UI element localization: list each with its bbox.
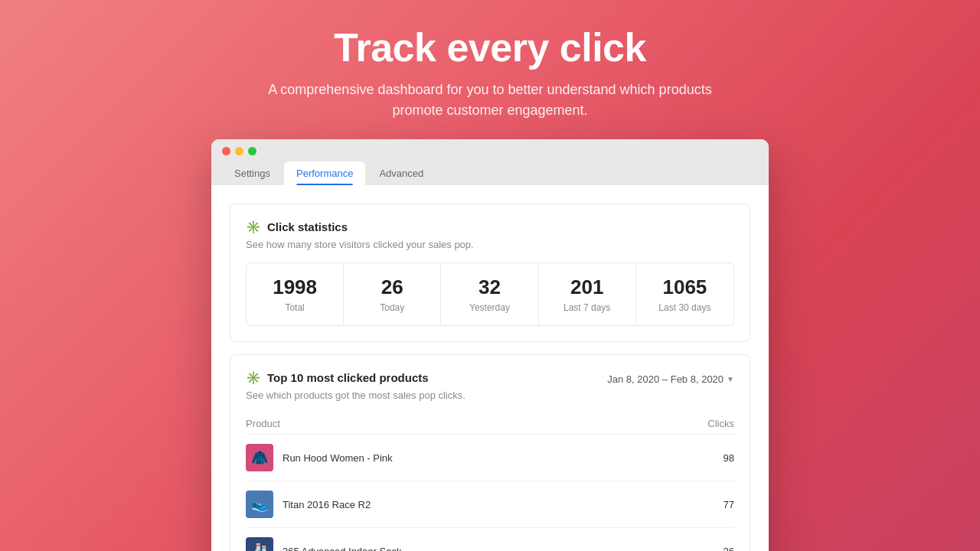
table-row: 🧦 365 Advanced Indoor Sock 26 [246, 528, 734, 551]
stat-today-value: 26 [353, 276, 431, 299]
top-products-icon: ✳️ [246, 370, 261, 385]
hero-title: Track every click [253, 24, 727, 70]
hero-subtitle: A comprehensive dashboard for you to bet… [253, 80, 727, 121]
date-range-text: Jan 8, 2020 – Feb 8, 2020 [607, 373, 724, 385]
product-name-0: Run Hood Women - Pink [283, 452, 393, 464]
table-header: Product Clicks [246, 413, 734, 435]
product-thumb-1: 👟 [246, 491, 273, 518]
stat-last7-label: Last 7 days [548, 302, 626, 313]
stat-last30: 1065 Last 30 days [636, 263, 733, 325]
product-name-2: 365 Advanced Indoor Sock [283, 546, 401, 552]
stat-today: 26 Today [344, 263, 441, 325]
top-products-card: ✳️ Top 10 most clicked products Jan 8, 2… [230, 354, 750, 551]
tab-settings[interactable]: Settings [222, 161, 283, 185]
product-left-2: 🧦 365 Advanced Indoor Sock [246, 537, 401, 551]
product-thumb-2: 🧦 [246, 537, 273, 551]
top-products-title-group: ✳️ Top 10 most clicked products [246, 370, 429, 385]
browser-tabs: Settings Performance Advanced [222, 161, 758, 185]
stat-last7-value: 201 [548, 276, 626, 299]
dot-green [248, 147, 256, 155]
product-left-1: 👟 Titan 2016 Race R2 [246, 491, 371, 518]
click-statistics-header: ✳️ Click statistics [246, 220, 734, 234]
stats-grid: 1998 Total 26 Today 32 Yesterday 201 Las… [246, 262, 734, 326]
chevron-down-icon: ▼ [727, 375, 734, 383]
top-products-header: ✳️ Top 10 most clicked products Jan 8, 2… [246, 370, 734, 385]
click-statistics-subtitle: See how many store visitors clicked your… [246, 239, 734, 250]
stat-today-label: Today [353, 302, 431, 313]
dot-yellow [235, 147, 243, 155]
dot-red [222, 147, 230, 155]
stat-last30-value: 1065 [645, 276, 724, 299]
table-row: 🧥 Run Hood Women - Pink 98 [246, 435, 734, 481]
product-clicks-2: 26 [724, 546, 734, 552]
stat-yesterday-label: Yesterday [450, 302, 528, 313]
hero-section: Track every click A comprehensive dashbo… [237, 0, 743, 139]
col-clicks: Clicks [707, 418, 734, 429]
stat-last7: 201 Last 7 days [539, 263, 636, 325]
product-left-0: 🧥 Run Hood Women - Pink [246, 444, 393, 471]
date-range-selector[interactable]: Jan 8, 2020 – Feb 8, 2020 ▼ [607, 373, 734, 385]
tab-performance[interactable]: Performance [284, 161, 365, 185]
stat-total-label: Total [256, 302, 334, 313]
browser-window: Settings Performance Advanced ✳️ Click s… [211, 139, 769, 551]
click-statistics-title: Click statistics [267, 220, 348, 233]
table-row: 👟 Titan 2016 Race R2 77 [246, 481, 734, 528]
stat-total: 1998 Total [247, 263, 344, 325]
stat-yesterday: 32 Yesterday [441, 263, 538, 325]
top-products-title: Top 10 most clicked products [267, 371, 429, 384]
browser-content: ✳️ Click statistics See how many store v… [211, 185, 769, 551]
browser-dots [222, 147, 758, 155]
product-name-1: Titan 2016 Race R2 [283, 499, 371, 510]
top-products-subtitle: See which products got the most sales po… [246, 390, 734, 401]
click-stats-icon: ✳️ [246, 220, 261, 234]
stat-total-value: 1998 [256, 276, 334, 299]
product-thumb-0: 🧥 [246, 444, 273, 471]
stat-last30-label: Last 30 days [645, 302, 724, 313]
product-clicks-1: 77 [724, 499, 734, 510]
click-statistics-card: ✳️ Click statistics See how many store v… [230, 204, 750, 342]
stat-yesterday-value: 32 [450, 276, 528, 299]
product-clicks-0: 98 [724, 452, 734, 464]
col-product: Product [246, 418, 280, 429]
browser-chrome: Settings Performance Advanced [211, 139, 769, 185]
tab-advanced[interactable]: Advanced [367, 161, 436, 185]
